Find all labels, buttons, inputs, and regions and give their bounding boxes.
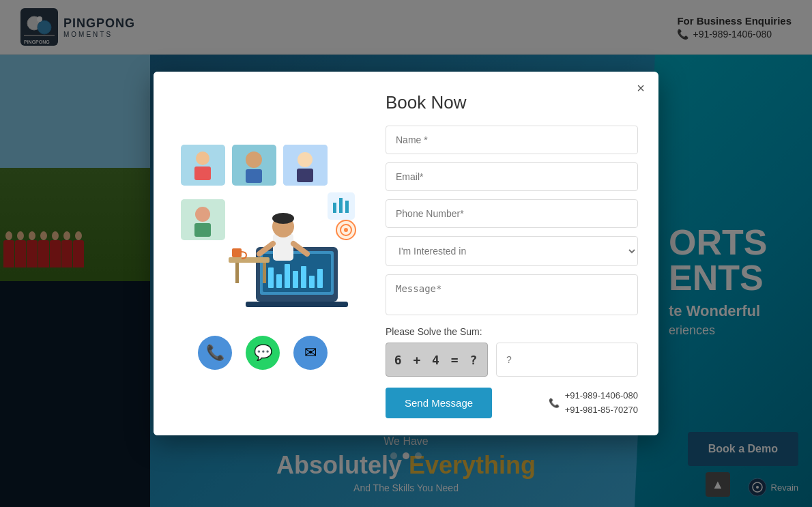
svg-rect-40 bbox=[232, 248, 242, 257]
svg-rect-28 bbox=[301, 266, 306, 288]
svg-point-10 bbox=[196, 151, 209, 165]
svg-rect-37 bbox=[229, 257, 270, 263]
captcha-text: 6 + 4 = ? bbox=[394, 353, 480, 367]
modal-title: Book Now bbox=[386, 92, 638, 113]
name-input[interactable] bbox=[386, 126, 638, 154]
svg-rect-26 bbox=[285, 264, 290, 288]
svg-rect-50 bbox=[297, 169, 313, 182]
form-bottom-row: Send Message 📞 +91-989-1406-080 +91-981-… bbox=[386, 388, 638, 418]
captcha-image: 6 + 4 = ? bbox=[386, 343, 488, 377]
phone-social-icon[interactable]: 📞 bbox=[198, 336, 232, 370]
svg-rect-25 bbox=[276, 274, 282, 288]
svg-rect-31 bbox=[246, 302, 348, 307]
email-social-icon[interactable]: ✉ bbox=[293, 336, 328, 370]
modal-right-panel: Book Now I'm Interested in Sports Events… bbox=[372, 72, 658, 435]
email-input[interactable] bbox=[386, 162, 638, 191]
captcha-row: 6 + 4 = ? bbox=[386, 343, 638, 377]
svg-rect-29 bbox=[309, 276, 315, 288]
social-icons: 📞 💬 ✉ bbox=[198, 336, 328, 370]
svg-rect-27 bbox=[293, 271, 298, 288]
modal-left-panel: 📞 💬 ✉ bbox=[154, 72, 372, 435]
svg-point-19 bbox=[195, 207, 210, 222]
contact-phone2: +91-981-85-70270 bbox=[565, 403, 638, 418]
svg-rect-42 bbox=[333, 203, 336, 213]
email-icon-symbol: ✉ bbox=[304, 344, 317, 362]
phone-input[interactable] bbox=[386, 199, 638, 228]
svg-rect-38 bbox=[235, 263, 239, 283]
modal-overlay: × bbox=[0, 0, 812, 507]
captcha-input[interactable] bbox=[496, 343, 638, 377]
page-background: PINGPONG PINGPONG MOMENTS For Business E… bbox=[0, 0, 812, 507]
svg-point-47 bbox=[344, 228, 348, 232]
svg-rect-24 bbox=[268, 267, 274, 288]
svg-rect-43 bbox=[339, 198, 343, 213]
interest-select[interactable]: I'm Interested in Sports Events Team Bui… bbox=[386, 236, 638, 266]
whatsapp-social-icon[interactable]: 💬 bbox=[246, 336, 280, 370]
svg-rect-14 bbox=[246, 169, 262, 183]
svg-point-13 bbox=[246, 151, 262, 168]
captcha-label: Please Solve the Sum: bbox=[386, 326, 638, 337]
phone-icon-symbol: 📞 bbox=[206, 344, 224, 362]
contact-phone1: +91-989-1406-080 bbox=[565, 389, 638, 403]
contact-phones: 📞 +91-989-1406-080 +91-981-85-70270 bbox=[549, 389, 638, 418]
send-message-button[interactable]: Send Message bbox=[386, 388, 492, 418]
svg-rect-20 bbox=[194, 223, 211, 237]
modal-illustration bbox=[167, 138, 358, 322]
svg-point-49 bbox=[298, 152, 313, 167]
modal-close-button[interactable]: × bbox=[633, 80, 649, 96]
illustration-svg bbox=[167, 138, 358, 322]
svg-rect-39 bbox=[263, 263, 266, 283]
contact-numbers: +91-989-1406-080 +91-981-85-70270 bbox=[565, 389, 638, 418]
message-textarea[interactable] bbox=[386, 274, 638, 315]
svg-rect-11 bbox=[194, 166, 211, 180]
svg-point-34 bbox=[272, 213, 294, 224]
svg-rect-30 bbox=[317, 269, 323, 288]
modal-dialog: × bbox=[154, 72, 658, 435]
whatsapp-icon-symbol: 💬 bbox=[254, 344, 272, 362]
contact-phone-icon: 📞 bbox=[549, 398, 560, 408]
svg-rect-44 bbox=[345, 201, 349, 213]
